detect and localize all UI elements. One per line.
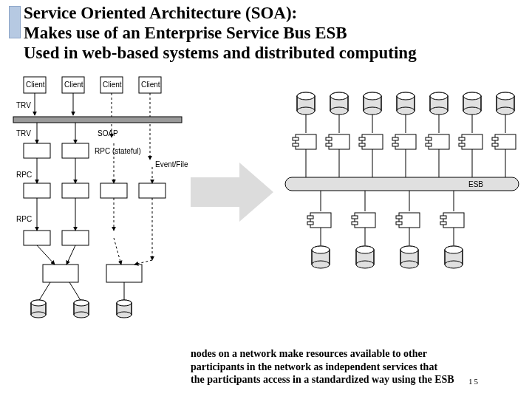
svg-rect-37 — [24, 183, 50, 198]
svg-rect-38 — [62, 183, 89, 198]
top-services — [293, 134, 516, 149]
svg-rect-47 — [24, 231, 50, 245]
svg-text:TRV: TRV — [16, 129, 31, 137]
bottom-cylinders — [312, 246, 463, 268]
page-number: 15 — [468, 377, 480, 386]
svg-rect-31 — [24, 143, 50, 158]
svg-text:RPC (stateful): RPC (stateful) — [95, 147, 141, 155]
svg-rect-32 — [62, 143, 89, 158]
svg-rect-54 — [106, 265, 142, 282]
slide-title: Service Oriented Architecture (SOA): Mak… — [24, 3, 511, 63]
slide: Service Oriented Architecture (SOA): Mak… — [0, 0, 532, 399]
title-line-2: Makes use of an Enterprise Service Bus E… — [24, 23, 511, 43]
svg-rect-53 — [43, 265, 78, 282]
svg-rect-28 — [13, 117, 182, 123]
svg-text:SOAP: SOAP — [98, 129, 118, 137]
caption-line-1: nodes on a network make resources availa… — [191, 347, 523, 361]
svg-line-58 — [134, 260, 152, 265]
transition-arrow-icon — [191, 163, 273, 222]
svg-line-55 — [37, 245, 55, 265]
bottom-services — [307, 213, 464, 228]
top-cylinders — [297, 92, 514, 115]
svg-text:TRV: TRV — [16, 101, 31, 109]
svg-line-60 — [69, 282, 81, 301]
svg-line-59 — [38, 282, 50, 301]
svg-line-57 — [114, 238, 121, 265]
title-line-1: Service Oriented Architecture (SOA): — [24, 3, 511, 23]
svg-rect-48 — [62, 231, 89, 245]
client-boxes: Client Client Client Client — [24, 77, 161, 93]
esb-bus: ESB — [285, 177, 519, 191]
left-panel: Client Client Client Client TRV TRV SOAP… — [13, 77, 188, 318]
bullet-marker — [9, 6, 21, 38]
svg-text:Event/File: Event/File — [155, 160, 188, 168]
svg-text:Client: Client — [141, 81, 160, 89]
svg-text:RPC: RPC — [16, 171, 32, 179]
svg-text:Client: Client — [103, 81, 122, 89]
title-line-3: Used in web-based systems and distribute… — [24, 43, 511, 63]
soa-diagram: Client Client Client Client TRV TRV SOAP… — [10, 74, 523, 340]
svg-rect-76 — [285, 177, 519, 191]
svg-rect-39 — [100, 183, 127, 198]
svg-line-56 — [66, 245, 75, 265]
svg-text:Client: Client — [26, 81, 45, 89]
caption-line-2: participants in the network as independe… — [191, 361, 523, 374]
svg-text:Client: Client — [64, 81, 83, 89]
svg-text:ESB: ESB — [468, 180, 483, 188]
right-panel: ESB — [285, 92, 519, 268]
svg-text:RPC: RPC — [16, 215, 32, 223]
svg-rect-40 — [139, 183, 166, 198]
